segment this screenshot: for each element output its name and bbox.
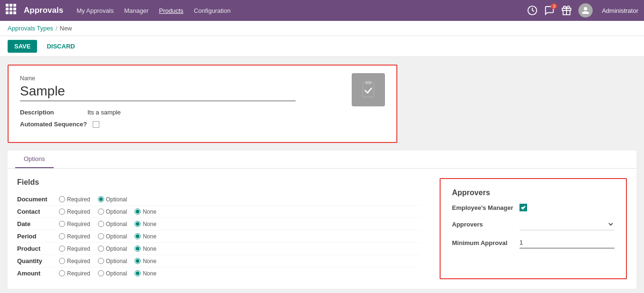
date-none[interactable]: None [135, 221, 156, 227]
date-radio-group: Required Optional None [59, 221, 156, 227]
main-content: Name Sample Description Its a sample Aut… [0, 57, 644, 293]
svg-rect-4 [365, 81, 371, 85]
name-label: Name [20, 75, 385, 82]
document-optional[interactable]: Optional [98, 196, 127, 203]
approvers-title: Approvers [452, 189, 615, 197]
approval-icon [352, 73, 385, 106]
field-amount-label: Amount [17, 270, 55, 277]
quantity-radio-group: Required Optional None [59, 258, 156, 265]
document-required[interactable]: Required [59, 196, 90, 203]
quantity-required[interactable]: Required [59, 258, 90, 265]
min-approval-input[interactable] [519, 237, 615, 248]
contact-none[interactable]: None [135, 208, 156, 215]
save-button[interactable]: SAVE [8, 40, 37, 53]
contact-radio-group: Required Optional None [59, 208, 156, 215]
table-row: Quantity Required Optional None [17, 255, 421, 267]
product-none[interactable]: None [135, 246, 156, 252]
field-date-label: Date [17, 220, 55, 227]
field-document-label: Document [17, 196, 55, 203]
employee-manager-row: Employee's Manager [452, 204, 615, 211]
employee-manager-label: Employee's Manager [452, 204, 514, 211]
automated-sequence-row: Automated Sequence? [20, 121, 385, 128]
date-required[interactable]: Required [59, 221, 90, 227]
clock-icon[interactable] [527, 5, 538, 16]
description-label: Description [20, 109, 82, 116]
field-period-label: Period [17, 233, 55, 240]
automated-sequence-label: Automated Sequence? [20, 121, 87, 128]
grid-menu-icon[interactable] [6, 4, 19, 17]
app-title: Approvals [24, 6, 63, 15]
contact-optional[interactable]: Optional [98, 208, 127, 215]
field-contact-label: Contact [17, 208, 55, 215]
table-row: Contact Required Optional None [17, 206, 421, 218]
contact-required[interactable]: Required [59, 208, 90, 215]
svg-rect-3 [363, 83, 374, 97]
chat-icon[interactable]: 3 [544, 5, 555, 16]
amount-radio-group: Required Optional None [59, 270, 156, 277]
period-required[interactable]: Required [59, 233, 90, 240]
gift-icon[interactable] [561, 5, 572, 16]
breadcrumb: Approvals Types / New [0, 21, 644, 36]
approvers-section: Approvers Employee's Manager Approvers M… [440, 178, 627, 279]
min-approval-label: Minimum Approval [452, 239, 514, 246]
nav-configuration[interactable]: Configuration [194, 7, 231, 14]
breadcrumb-separator: / [56, 25, 58, 32]
breadcrumb-current: New [60, 25, 72, 32]
table-row: Period Required Optional None [17, 230, 421, 243]
fields-section: Fields Document Required Optional Contac… [17, 178, 421, 279]
nav-products[interactable]: Products [159, 7, 183, 14]
document-radio-group: Required Optional [59, 196, 127, 203]
discard-button[interactable]: DISCARD [41, 40, 80, 53]
approvers-select[interactable] [519, 218, 615, 230]
table-row: Product Required Optional None [17, 243, 421, 255]
avatar[interactable] [578, 3, 593, 18]
table-row: Document Required Optional [17, 193, 421, 206]
quantity-optional[interactable]: Optional [98, 258, 127, 265]
period-radio-group: Required Optional None [59, 233, 156, 240]
tab-options[interactable]: Options [15, 151, 54, 168]
product-optional[interactable]: Optional [98, 246, 127, 252]
automated-sequence-checkbox[interactable] [93, 121, 99, 128]
username: Administrator [602, 7, 638, 14]
field-quantity-label: Quantity [17, 257, 55, 265]
nav-my-approvals[interactable]: My Approvals [77, 7, 114, 14]
amount-required[interactable]: Required [59, 270, 90, 277]
approvers-row: Approvers [452, 218, 615, 230]
options-content: Fields Document Required Optional Contac… [8, 169, 636, 289]
product-required[interactable]: Required [59, 246, 90, 252]
min-approval-row: Minimum Approval [452, 237, 615, 248]
amount-none[interactable]: None [135, 270, 156, 277]
employee-manager-checkbox[interactable] [519, 204, 527, 211]
tabs: Options [8, 151, 636, 169]
table-row: Date Required Optional None [17, 218, 421, 230]
nav-manager[interactable]: Manager [124, 7, 148, 14]
description-row: Description Its a sample [20, 109, 385, 116]
fields-title: Fields [17, 178, 421, 187]
name-value[interactable]: Sample [20, 84, 296, 101]
date-optional[interactable]: Optional [98, 221, 127, 227]
approvers-label: Approvers [452, 221, 514, 228]
field-product-label: Product [17, 245, 55, 252]
description-value[interactable]: Its a sample [87, 109, 121, 116]
period-optional[interactable]: Optional [98, 233, 127, 240]
action-bar: SAVE DISCARD [0, 36, 644, 57]
amount-optional[interactable]: Optional [98, 270, 127, 277]
notification-badge: 3 [551, 3, 557, 9]
form-card: Name Sample Description Its a sample Aut… [8, 65, 397, 143]
topnav-menu: My Approvals Manager Products Configurat… [77, 7, 527, 14]
breadcrumb-parent[interactable]: Approvals Types [8, 25, 53, 32]
quantity-none[interactable]: None [135, 258, 156, 265]
topnav: Approvals My Approvals Manager Products … [0, 0, 644, 21]
table-row: Amount Required Optional None [17, 267, 421, 279]
topnav-right: 3 Administrator [527, 3, 638, 18]
product-radio-group: Required Optional None [59, 246, 156, 252]
period-none[interactable]: None [135, 233, 156, 240]
